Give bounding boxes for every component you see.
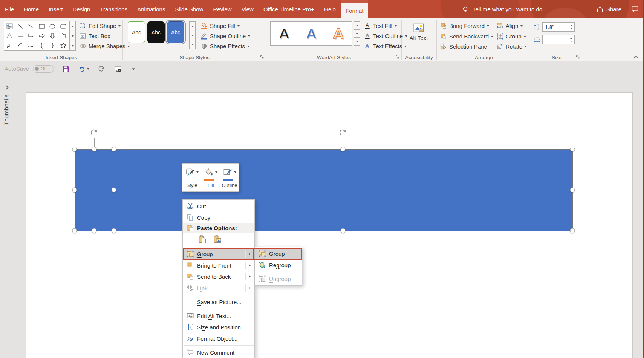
selection-handle[interactable]: [92, 147, 97, 152]
tab-transitions[interactable]: Transitions: [95, 0, 132, 18]
shape-style-outline-green[interactable]: Abc: [128, 21, 145, 43]
insert-shape-curve[interactable]: [26, 41, 37, 50]
autosave-toggle[interactable]: Off: [33, 65, 54, 73]
edit-shape-button[interactable]: Edit Shape: [79, 21, 130, 31]
insert-shape-oval[interactable]: [47, 21, 58, 31]
thumbnails-panel-label[interactable]: Thumbnails: [3, 94, 9, 125]
undo-button[interactable]: [78, 65, 89, 73]
wordart-more-button[interactable]: [354, 38, 360, 46]
styles-more-button[interactable]: [189, 40, 196, 49]
width-input[interactable]: [543, 35, 568, 44]
pane-divider[interactable]: [18, 76, 18, 358]
selection-handle[interactable]: [570, 228, 575, 233]
mini-style-button[interactable]: Style: [183, 166, 200, 191]
text-fill-button[interactable]: A Text Fill: [364, 21, 407, 31]
wordart-style-orange-outline[interactable]: A: [334, 27, 343, 41]
shape-styles-dialog-launcher[interactable]: [260, 55, 265, 60]
tab-view[interactable]: View: [237, 0, 259, 18]
submenu-item-regroup[interactable]: Regroup: [255, 259, 302, 271]
wordart-dialog-launcher[interactable]: [395, 55, 400, 60]
insert-shape-triangle[interactable]: [4, 31, 15, 41]
rotation-handle[interactable]: [339, 129, 347, 137]
shape-fill-button[interactable]: Shape Fill: [200, 21, 250, 31]
repeat-button[interactable]: [98, 65, 105, 73]
selection-handle[interactable]: [341, 228, 346, 233]
tab-format[interactable]: Format: [341, 3, 369, 18]
insert-shape-freeform[interactable]: [58, 31, 69, 41]
insert-shape-elbow-connector[interactable]: [15, 31, 26, 41]
insert-shape-textbox-gallery[interactable]: [4, 21, 15, 31]
merge-shapes-button[interactable]: Merge Shapes: [79, 41, 130, 51]
insert-shape-rounded-rectangle[interactable]: [58, 21, 69, 31]
tab-help[interactable]: Help: [319, 0, 341, 18]
rotation-handle[interactable]: [90, 129, 99, 137]
comments-button[interactable]: [631, 5, 639, 14]
bring-forward-button[interactable]: Bring Forward: [440, 21, 493, 31]
insert-shape-right-arrow[interactable]: [37, 31, 47, 41]
gallery-up-button[interactable]: [69, 21, 76, 31]
insert-shape-right-brace[interactable]: [47, 41, 58, 50]
paste-picture-button[interactable]: [212, 234, 223, 245]
height-up-button[interactable]: [568, 23, 574, 27]
group-button[interactable]: Group: [496, 32, 527, 41]
tab-animations[interactable]: Animations: [132, 0, 170, 18]
align-button[interactable]: Align: [496, 21, 527, 31]
insert-shape-down-arrow[interactable]: [47, 31, 58, 41]
selection-handle[interactable]: [112, 188, 116, 193]
context-menu-item-save-as-picture[interactable]: Save as Picture...: [183, 296, 254, 308]
tab-office-timeline-pro[interactable]: Office Timeline Pro+: [259, 0, 319, 18]
tab-design[interactable]: Design: [68, 0, 95, 18]
shape-style-fill-black[interactable]: Abc: [147, 21, 165, 43]
selection-handle[interactable]: [570, 147, 575, 152]
styles-up-button[interactable]: [189, 21, 196, 31]
insert-shape-elbow-arrow[interactable]: [26, 31, 37, 41]
styles-down-button[interactable]: [189, 31, 196, 40]
text-box-button[interactable]: Text Box: [79, 31, 130, 41]
context-menu-item-send-to-back[interactable]: Send to Back: [183, 271, 254, 282]
wordart-style-black[interactable]: A: [280, 27, 289, 41]
share-button[interactable]: Share: [596, 6, 621, 13]
insert-shape-arc[interactable]: [15, 41, 26, 50]
selected-shape-left[interactable]: [75, 149, 114, 231]
text-effects-button[interactable]: A Text Effects: [364, 41, 407, 51]
context-menu-item-edit-alt-text[interactable]: Edit Alt Text...: [183, 310, 254, 321]
width-up-button[interactable]: [568, 35, 574, 40]
selection-handle[interactable]: [341, 147, 346, 152]
mini-outline-button[interactable]: Outline: [221, 166, 238, 191]
context-menu-item-size-and-position[interactable]: Size and Position...: [183, 321, 254, 333]
submenu-item-group[interactable]: Group: [255, 248, 302, 259]
insert-shape-arrow[interactable]: [26, 21, 37, 31]
tell-me-box[interactable]: Tell me what you want to do: [462, 0, 542, 18]
size-dialog-launcher[interactable]: [575, 55, 580, 60]
expand-thumbnails-button[interactable]: [5, 85, 9, 90]
tab-insert[interactable]: Insert: [44, 0, 68, 18]
undo-dropdown-caret[interactable]: [87, 68, 89, 71]
context-menu-item-new-comment[interactable]: New Comment: [183, 347, 254, 358]
insert-shape-star[interactable]: [58, 41, 69, 50]
send-backward-button[interactable]: Send Backward: [440, 32, 493, 41]
alt-text-button[interactable]: Alt Text: [407, 21, 430, 53]
wordart-down-button[interactable]: [354, 30, 360, 38]
shape-outline-button[interactable]: Shape Outline: [200, 31, 250, 41]
gallery-more-button[interactable]: [69, 41, 76, 51]
mini-fill-button[interactable]: Fill: [202, 166, 219, 191]
selection-handle[interactable]: [72, 188, 77, 193]
context-menu-item-copy[interactable]: Copy: [183, 212, 254, 223]
context-menu-item-cut[interactable]: Cut: [183, 200, 254, 212]
tab-slide-show[interactable]: Slide Show: [170, 0, 208, 18]
tab-review[interactable]: Review: [208, 0, 236, 18]
insert-shape-rectangle[interactable]: [37, 21, 47, 31]
shape-effects-button[interactable]: Shape Effects: [200, 41, 250, 51]
text-outline-button[interactable]: A Text Outline: [364, 31, 407, 41]
customize-qat-button[interactable]: [131, 65, 136, 73]
tab-home[interactable]: Home: [19, 0, 44, 18]
collapse-ribbon-button[interactable]: [633, 55, 639, 59]
height-input[interactable]: [543, 23, 568, 31]
rotate-button[interactable]: Rotate: [496, 42, 527, 51]
selection-handle[interactable]: [570, 188, 575, 193]
start-slideshow-button[interactable]: [113, 65, 122, 73]
height-down-button[interactable]: [568, 27, 574, 32]
width-down-button[interactable]: [568, 40, 574, 44]
context-menu-item-group[interactable]: Group: [183, 248, 254, 260]
insert-shape-line[interactable]: [15, 21, 26, 31]
